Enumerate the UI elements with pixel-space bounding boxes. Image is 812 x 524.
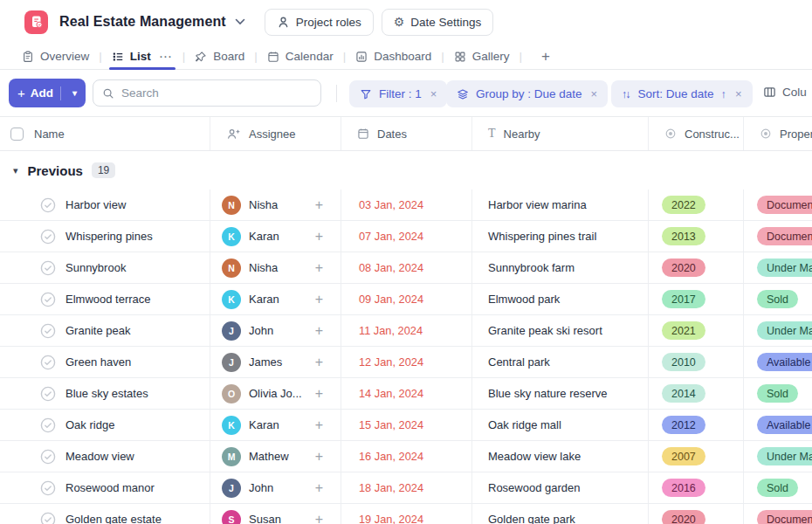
column-header-property[interactable]: Property [743,117,812,150]
check-circle-icon[interactable] [40,449,56,465]
select-all-checkbox[interactable] [10,128,24,141]
construction-year-cell[interactable]: 2017 [648,284,743,314]
check-circle-icon[interactable] [40,323,56,339]
task-name[interactable]: Whispering pines [65,230,153,243]
search-input[interactable] [121,86,312,100]
tab-dashboard[interactable]: Dashboard [355,44,431,69]
task-name[interactable]: Green haven [65,355,131,369]
check-circle-icon[interactable] [40,512,56,524]
table-row[interactable]: Whispering pinesKKaran+07 Jan, 2024Whisp… [0,221,812,252]
task-name[interactable]: Sunnybrook [65,261,126,274]
table-row[interactable]: Granite peakJJohn+11 Jan, 2024Granite pe… [0,315,812,347]
due-date-cell[interactable]: 08 Jan, 2024 [341,252,471,283]
column-header-dates[interactable]: Dates [341,117,471,150]
nearby-cell[interactable]: Golden gate park [471,504,648,524]
add-assignee-button[interactable]: + [315,197,323,213]
add-assignee-button[interactable]: + [315,292,323,307]
property-status-cell[interactable]: Available [743,410,812,440]
columns-control[interactable]: Colu [763,86,807,99]
table-row[interactable]: Harbor viewNNisha+03 Jan, 2024Harbor vie… [0,190,812,221]
nearby-cell[interactable]: Harbor view marina [471,190,648,220]
add-assignee-button[interactable]: + [315,480,323,496]
sort-chip[interactable]: ↑↓ Sort: Due date ↑ × [611,80,753,107]
task-name[interactable]: Blue sky estates [65,387,148,400]
date-settings-button[interactable]: ⚙ Date Settings [382,9,494,36]
add-assignee-button[interactable]: + [315,355,323,370]
column-header-name[interactable]: Name [0,117,210,150]
construction-year-cell[interactable]: 2022 [648,190,743,220]
nearby-cell[interactable]: Blue sky nature reserve [471,378,648,409]
tab-list-menu-icon[interactable]: ⋯ [159,49,173,65]
column-header-assignee[interactable]: Assignee [210,117,341,150]
property-status-cell[interactable]: Sold [743,378,812,409]
construction-year-cell[interactable]: 2020 [648,252,743,283]
property-status-cell[interactable]: Sold [743,472,812,503]
add-assignee-button[interactable]: + [315,512,323,524]
sort-remove-icon[interactable]: × [735,87,742,100]
due-date-cell[interactable]: 09 Jan, 2024 [341,284,471,314]
due-date-cell[interactable]: 03 Jan, 2024 [341,190,471,220]
table-row[interactable]: Oak ridgeKKaran+15 Jan, 2024Oak ridge ma… [0,410,812,441]
check-circle-icon[interactable] [40,417,56,433]
task-name[interactable]: Oak ridge [65,418,114,431]
nearby-cell[interactable]: Rosewood garden [471,472,648,503]
add-assignee-button[interactable]: + [315,386,323,402]
add-caret-icon[interactable]: ▾ [72,88,77,98]
tab-list[interactable]: List ⋯ [112,44,173,69]
search-box[interactable] [93,79,321,107]
tab-overview[interactable]: Overview [22,44,89,69]
project-roles-button[interactable]: Project roles [265,9,374,36]
property-status-cell[interactable]: Under Man [743,252,812,283]
nearby-cell[interactable]: Whispering pines trail [471,221,648,252]
column-header-nearby[interactable]: T Nearby [471,117,648,150]
add-assignee-button[interactable]: + [315,323,323,339]
filter-chip[interactable]: Filter : 1 × [349,80,447,107]
task-name[interactable]: Golden gate estate [65,513,162,524]
app-logo[interactable] [24,10,48,34]
nearby-cell[interactable]: Granite peak ski resort [471,315,648,346]
property-status-cell[interactable]: Available [743,347,812,377]
nearby-cell[interactable]: Meadow view lake [471,441,648,472]
check-circle-icon[interactable] [40,197,56,213]
check-circle-icon[interactable] [40,355,56,370]
due-date-cell[interactable]: 19 Jan, 2024 [341,504,471,524]
table-row[interactable]: Golden gate estateSSusan+19 Jan, 2024Gol… [0,504,812,524]
table-row[interactable]: Rosewood manorJJohn+18 Jan, 2024Rosewood… [0,472,812,504]
group-label[interactable]: Previous [28,163,83,178]
tab-calendar[interactable]: Calendar [267,44,334,69]
task-name[interactable]: Elmwood terrace [65,293,151,306]
construction-year-cell[interactable]: 2016 [648,472,743,503]
construction-year-cell[interactable]: 2010 [648,347,743,377]
check-circle-icon[interactable] [40,480,56,496]
check-circle-icon[interactable] [40,260,56,276]
check-circle-icon[interactable] [40,229,56,245]
property-status-cell[interactable]: Documenta [743,221,812,252]
property-status-cell[interactable]: Documenta [743,504,812,524]
construction-year-cell[interactable]: 2020 [648,504,743,524]
table-row[interactable]: Green havenJJames+12 Jan, 2024Central pa… [0,347,812,378]
group-by-chip[interactable]: Group by : Due date × [446,80,608,107]
construction-year-cell[interactable]: 2007 [648,441,743,472]
collapse-group-icon[interactable]: ▾ [13,165,18,176]
task-name[interactable]: Rosewood manor [65,481,155,494]
group-remove-icon[interactable]: × [591,87,598,100]
due-date-cell[interactable]: 11 Jan, 2024 [341,315,471,346]
property-status-cell[interactable]: Under Man [743,441,812,472]
check-circle-icon[interactable] [40,292,56,307]
construction-year-cell[interactable]: 2021 [648,315,743,346]
nearby-cell[interactable]: Sunnybrook farm [471,252,648,283]
tab-gallery[interactable]: Gallery [454,44,510,69]
nearby-cell[interactable]: Oak ridge mall [471,410,648,440]
task-name[interactable]: Harbor view [65,198,126,211]
task-name[interactable]: Meadow view [65,450,134,463]
tab-board[interactable]: Board [195,44,244,69]
property-status-cell[interactable]: Sold [743,284,812,314]
due-date-cell[interactable]: 16 Jan, 2024 [341,441,471,472]
add-assignee-button[interactable]: + [315,260,323,276]
property-status-cell[interactable]: Under Man [743,315,812,346]
construction-year-cell[interactable]: 2013 [648,221,743,252]
due-date-cell[interactable]: 18 Jan, 2024 [341,472,471,503]
check-circle-icon[interactable] [40,386,56,402]
due-date-cell[interactable]: 15 Jan, 2024 [341,410,471,440]
filter-remove-icon[interactable]: × [430,87,437,100]
